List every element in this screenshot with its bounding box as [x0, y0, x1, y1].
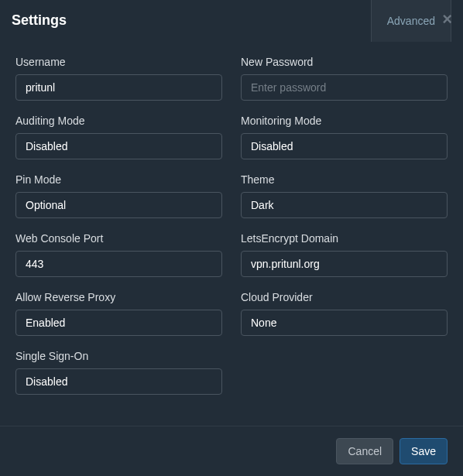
letsencrypt-label: LetsEncrypt Domain: [241, 232, 448, 245]
sso-value: Disabled: [26, 375, 67, 388]
group-proxy: Allow Reverse Proxy Enabled: [15, 291, 222, 336]
letsencrypt-input[interactable]: [241, 251, 448, 277]
theme-label: Theme: [241, 173, 448, 186]
monitoring-value: Disabled: [251, 140, 293, 152]
password-label: New Password: [241, 56, 448, 68]
group-pin: Pin Mode Optional: [15, 173, 222, 218]
port-input[interactable]: [15, 251, 222, 277]
group-letsencrypt: LetsEncrypt Domain: [241, 232, 448, 277]
group-sso: Single Sign-On Disabled: [15, 350, 222, 395]
left-column: Username Auditing Mode Disabled Pin Mode…: [15, 56, 222, 416]
modal-footer: Cancel Save: [0, 426, 463, 476]
group-cloud: Cloud Provider None: [241, 291, 448, 336]
save-button[interactable]: Save: [400, 438, 448, 464]
group-monitoring: Monitoring Mode Disabled: [241, 115, 448, 159]
pin-value: Optional: [26, 199, 66, 211]
cancel-button[interactable]: Cancel: [336, 438, 393, 464]
port-label: Web Console Port: [15, 232, 222, 245]
theme-value: Dark: [251, 199, 274, 211]
cloud-value: None: [251, 317, 276, 329]
monitoring-select[interactable]: Disabled: [241, 133, 448, 159]
group-username: Username: [15, 56, 222, 101]
password-input[interactable]: [241, 74, 448, 101]
settings-modal: Settings Advanced × Username Auditing Mo…: [0, 0, 463, 476]
group-auditing: Auditing Mode Disabled: [15, 115, 222, 159]
monitoring-label: Monitoring Mode: [241, 115, 448, 127]
theme-select[interactable]: Dark: [241, 192, 448, 218]
right-column: New Password Monitoring Mode Disabled Th…: [241, 56, 448, 416]
proxy-label: Allow Reverse Proxy: [15, 291, 222, 303]
tabs: Advanced: [371, 0, 451, 42]
sso-label: Single Sign-On: [15, 350, 222, 362]
group-theme: Theme Dark: [241, 173, 448, 218]
modal-header: Settings Advanced ×: [0, 0, 463, 42]
username-input[interactable]: [15, 74, 222, 101]
auditing-value: Disabled: [26, 140, 67, 152]
sso-select[interactable]: Disabled: [15, 368, 222, 395]
cloud-label: Cloud Provider: [241, 291, 448, 303]
auditing-select[interactable]: Disabled: [15, 133, 222, 159]
pin-select[interactable]: Optional: [15, 192, 222, 218]
modal-body: Username Auditing Mode Disabled Pin Mode…: [0, 42, 463, 426]
proxy-select[interactable]: Enabled: [15, 310, 222, 336]
close-icon[interactable]: ×: [442, 11, 452, 28]
auditing-label: Auditing Mode: [15, 115, 222, 127]
group-password: New Password: [241, 56, 448, 101]
header-right: Advanced: [371, 0, 451, 42]
proxy-value: Enabled: [26, 317, 65, 329]
cloud-select[interactable]: None: [241, 310, 448, 336]
tab-advanced[interactable]: Advanced: [372, 0, 451, 42]
modal-title: Settings: [12, 12, 67, 29]
pin-label: Pin Mode: [15, 173, 222, 186]
username-label: Username: [15, 56, 222, 68]
group-port: Web Console Port: [15, 232, 222, 277]
